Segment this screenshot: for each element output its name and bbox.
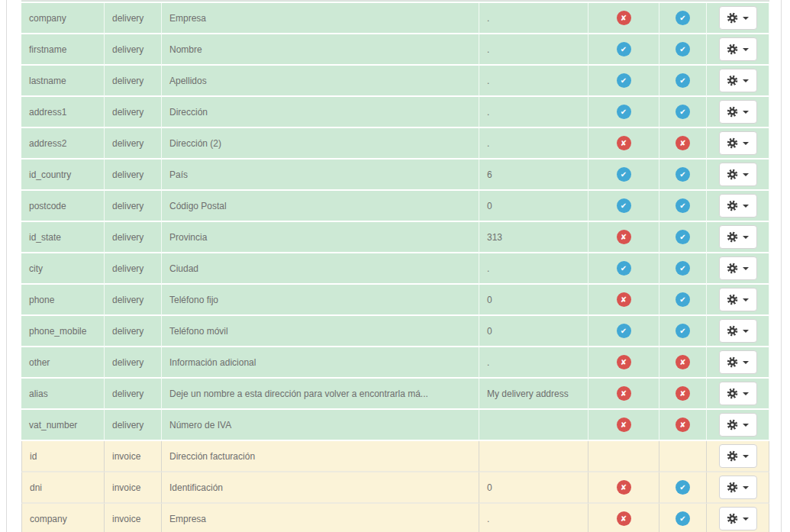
cell-field-label: Teléfono fijo bbox=[162, 285, 479, 316]
partial-row-top bbox=[21, 0, 769, 2]
cell-actions bbox=[707, 379, 769, 410]
table-row: id invoice Dirección facturación bbox=[21, 441, 769, 472]
cell-field-value: 0 bbox=[479, 191, 588, 222]
actions-dropdown-button[interactable] bbox=[719, 507, 757, 530]
cell-address-type: delivery bbox=[105, 347, 162, 379]
cross-icon: ✘ bbox=[676, 418, 690, 432]
actions-dropdown-button[interactable] bbox=[719, 6, 757, 30]
cell-field-name: postcode bbox=[21, 191, 105, 222]
cell-field-label: Empresa bbox=[162, 504, 479, 532]
cell-status-b: ✔ bbox=[659, 222, 707, 253]
cell-status-a: ✘ bbox=[588, 379, 659, 410]
gear-icon bbox=[727, 137, 738, 149]
actions-dropdown-button[interactable] bbox=[719, 256, 757, 280]
gear-icon bbox=[727, 75, 738, 86]
cell-field-name: company bbox=[21, 504, 105, 532]
cell-field-name: address2 bbox=[21, 128, 105, 160]
actions-dropdown-button[interactable] bbox=[719, 100, 757, 124]
cell-status-a bbox=[588, 441, 659, 472]
cross-icon: ✘ bbox=[676, 386, 690, 401]
cell-field-name: id_country bbox=[21, 160, 105, 191]
actions-dropdown-button[interactable] bbox=[719, 194, 757, 218]
cell-actions bbox=[707, 410, 769, 441]
cell-status-a: ✘ bbox=[588, 222, 659, 253]
cell-address-type: delivery bbox=[105, 34, 162, 66]
cell-status-a: ✘ bbox=[588, 472, 659, 504]
cell-address-type: delivery bbox=[105, 379, 162, 410]
check-icon: ✔ bbox=[617, 167, 631, 182]
gear-icon bbox=[727, 106, 738, 118]
caret-down-icon bbox=[743, 455, 749, 458]
check-icon: ✔ bbox=[617, 105, 631, 119]
caret-down-icon bbox=[743, 173, 749, 176]
cell-field-value: . bbox=[479, 97, 588, 128]
actions-dropdown-button[interactable] bbox=[719, 37, 757, 61]
cell-status-a: ✔ bbox=[588, 34, 659, 66]
actions-dropdown-button[interactable] bbox=[719, 476, 757, 499]
table-row: firstname delivery Nombre . ✔ ✔ bbox=[21, 34, 769, 66]
cell-actions bbox=[707, 222, 769, 253]
cell-status-a: ✔ bbox=[588, 160, 659, 191]
cell-status-b: ✔ bbox=[659, 253, 707, 285]
check-icon: ✔ bbox=[676, 511, 690, 526]
cell-address-type: delivery bbox=[105, 285, 162, 316]
cell-field-value: 6 bbox=[479, 160, 588, 191]
cell-address-type: delivery bbox=[105, 97, 162, 128]
cell-status-b bbox=[659, 441, 707, 472]
cross-icon: ✘ bbox=[617, 480, 631, 495]
check-icon: ✔ bbox=[617, 324, 631, 338]
actions-dropdown-button[interactable] bbox=[719, 288, 757, 311]
cell-status-a: ✘ bbox=[588, 410, 659, 441]
table-row: postcode delivery Código Postal 0 ✔ ✔ bbox=[21, 191, 769, 222]
cell-status-b: ✔ bbox=[659, 97, 707, 128]
caret-down-icon bbox=[743, 392, 749, 395]
actions-dropdown-button[interactable] bbox=[719, 131, 757, 155]
cell-status-b: ✔ bbox=[659, 472, 707, 504]
cell-field-value: . bbox=[479, 504, 588, 532]
check-icon: ✔ bbox=[676, 73, 690, 88]
gear-icon bbox=[727, 325, 738, 337]
cell-status-a: ✘ bbox=[588, 347, 659, 379]
caret-down-icon bbox=[743, 298, 749, 301]
cell-address-type: delivery bbox=[105, 66, 162, 97]
cross-icon: ✘ bbox=[617, 386, 631, 401]
panel-border-left bbox=[6, 0, 7, 532]
actions-dropdown-button[interactable] bbox=[719, 350, 757, 374]
cell-status-b: ✔ bbox=[659, 160, 707, 191]
table-row: address1 delivery Dirección . ✔ ✔ bbox=[21, 97, 769, 128]
cell-field-label: Dirección bbox=[162, 97, 479, 128]
cell-actions bbox=[707, 128, 769, 160]
cell-actions bbox=[707, 253, 769, 285]
cell-address-type: delivery bbox=[105, 222, 162, 253]
cell-actions bbox=[707, 191, 769, 222]
actions-dropdown-button[interactable] bbox=[719, 163, 757, 186]
actions-dropdown-button[interactable] bbox=[719, 69, 757, 92]
actions-dropdown-button[interactable] bbox=[719, 225, 757, 249]
table-row: company invoice Empresa . ✘ ✔ bbox=[21, 504, 769, 532]
cell-actions bbox=[707, 504, 769, 532]
caret-down-icon bbox=[743, 48, 749, 51]
actions-dropdown-button[interactable] bbox=[719, 382, 757, 405]
cell-field-label: Teléfono móvil bbox=[162, 316, 479, 347]
cross-icon: ✘ bbox=[617, 418, 631, 432]
actions-dropdown-button[interactable] bbox=[719, 413, 757, 437]
table-row: id_country delivery País 6 ✔ ✔ bbox=[21, 160, 769, 191]
cell-field-name: other bbox=[21, 347, 105, 379]
cell-status-b: ✘ bbox=[659, 128, 707, 160]
caret-down-icon bbox=[743, 486, 749, 489]
gear-icon bbox=[727, 419, 738, 430]
check-icon: ✔ bbox=[617, 73, 631, 88]
cell-field-label: Dirección (2) bbox=[162, 128, 479, 160]
cell-address-type: delivery bbox=[105, 160, 162, 191]
cell-status-b: ✔ bbox=[659, 191, 707, 222]
caret-down-icon bbox=[743, 142, 749, 145]
cell-status-a: ✘ bbox=[588, 285, 659, 316]
actions-dropdown-button[interactable] bbox=[719, 319, 757, 343]
actions-dropdown-button[interactable] bbox=[719, 444, 757, 468]
caret-down-icon bbox=[743, 17, 749, 20]
cell-status-a: ✘ bbox=[588, 504, 659, 532]
cell-field-name: dni bbox=[21, 472, 105, 504]
cell-address-type: delivery bbox=[105, 128, 162, 160]
check-icon: ✔ bbox=[676, 11, 690, 25]
cell-field-value bbox=[479, 441, 588, 472]
